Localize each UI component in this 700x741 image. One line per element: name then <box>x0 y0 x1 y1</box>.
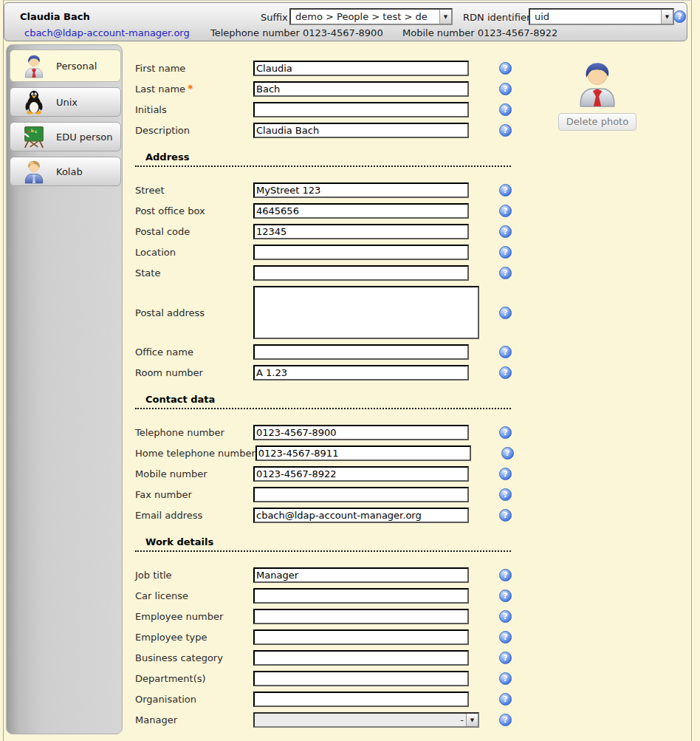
tab-kolab[interactable]: Kolab <box>10 157 121 186</box>
help-icon[interactable]: ? <box>499 366 512 379</box>
chevron-down-icon[interactable]: ▼ <box>661 10 673 24</box>
text-input[interactable] <box>253 487 469 502</box>
postal-address-textarea[interactable] <box>253 286 479 339</box>
help-icon[interactable]: ? <box>499 569 512 581</box>
text-input[interactable] <box>253 671 469 686</box>
tab-edu-person[interactable]: a b c EDU person <box>10 122 121 151</box>
section-heading: Address <box>135 151 511 167</box>
section-heading: Contact data <box>135 394 511 409</box>
field-label: Fax number <box>135 489 253 500</box>
field-label-text: Car license <box>135 590 188 601</box>
field-control: - ▼ <box>253 712 479 728</box>
text-input[interactable] <box>253 265 469 281</box>
help-icon[interactable]: ? <box>499 693 512 706</box>
field-label: Room number <box>135 367 253 378</box>
section-rows: Street ? Post office box ? Postal code ?… <box>135 182 529 380</box>
help-icon[interactable]: ? <box>499 714 512 726</box>
text-input[interactable] <box>253 629 469 645</box>
form-field-row: Employee number ? <box>135 609 529 624</box>
field-control <box>253 365 479 380</box>
field-label-text: Description <box>135 125 190 136</box>
field-control <box>253 81 479 97</box>
field-label-text: Organisation <box>135 694 196 705</box>
form-field-row: Job title ? <box>135 567 529 583</box>
field-label: Organisation <box>135 694 253 705</box>
help-icon[interactable]: ? <box>499 246 512 259</box>
delete-photo-button[interactable]: Delete photo <box>558 113 636 131</box>
help-icon[interactable]: ? <box>499 307 512 319</box>
text-input[interactable] <box>253 224 469 239</box>
required-icon: ✱ <box>188 83 193 91</box>
help-icon[interactable]: ? <box>673 10 686 23</box>
help-icon[interactable]: ? <box>499 590 512 602</box>
email-link[interactable]: cbach@ldap-account-manager.org <box>24 27 190 38</box>
help-icon[interactable]: ? <box>499 184 512 197</box>
manager-select[interactable]: - ▼ <box>253 712 479 728</box>
form-field-row: Post office box ? <box>135 203 529 219</box>
field-control <box>253 508 479 523</box>
help-icon[interactable]: ? <box>499 225 512 238</box>
tab-personal[interactable]: Personal <box>10 49 121 82</box>
help-icon[interactable]: ? <box>499 103 512 116</box>
svg-text:c: c <box>35 129 38 134</box>
help-icon[interactable]: ? <box>499 83 512 95</box>
rdn-select-value: uid <box>530 11 661 22</box>
form-field-row: Email address ? <box>135 508 529 523</box>
field-control <box>253 609 479 624</box>
help-icon[interactable]: ? <box>501 447 514 460</box>
text-input[interactable] <box>253 588 469 604</box>
field-label-text: First name <box>135 63 185 74</box>
text-input[interactable] <box>253 102 469 117</box>
text-input[interactable] <box>253 692 469 707</box>
text-input[interactable] <box>253 245 469 260</box>
text-input[interactable] <box>253 61 469 76</box>
text-input[interactable] <box>253 609 469 624</box>
text-input[interactable] <box>253 650 469 666</box>
help-icon[interactable]: ? <box>499 62 512 75</box>
form-field-row: Business category ? <box>135 650 529 666</box>
field-label-text: Office name <box>135 346 193 358</box>
text-input[interactable] <box>253 365 469 380</box>
field-label: Office name <box>135 346 253 358</box>
header-bar: Claudia Bach Suffix demo > People > test… <box>4 2 687 41</box>
help-icon[interactable]: ? <box>499 468 512 480</box>
help-icon[interactable]: ? <box>499 652 512 664</box>
text-input[interactable] <box>253 81 469 97</box>
text-input[interactable] <box>253 508 469 523</box>
text-input[interactable] <box>253 203 469 219</box>
help-icon[interactable]: ? <box>499 267 512 279</box>
tab-unix[interactable]: Unix <box>10 87 121 117</box>
chevron-down-icon[interactable]: ▼ <box>439 10 451 24</box>
help-icon[interactable]: ? <box>499 672 512 685</box>
field-control <box>253 224 479 239</box>
form-field-row: Home telephone number ? <box>135 445 529 461</box>
help-icon[interactable]: ? <box>499 426 512 439</box>
text-input[interactable] <box>253 567 469 583</box>
help-icon[interactable]: ? <box>499 631 512 643</box>
field-label-text: Room number <box>135 367 203 378</box>
text-input[interactable] <box>253 123 469 138</box>
field-label: Post office box <box>135 205 253 216</box>
chevron-down-icon[interactable]: ▼ <box>466 714 478 726</box>
text-input[interactable] <box>253 425 469 440</box>
field-control <box>253 671 479 686</box>
chalkboard-icon: a b c <box>22 124 46 149</box>
text-input[interactable] <box>253 466 469 482</box>
suffix-select[interactable]: demo > People > test > de ▼ <box>289 8 453 25</box>
help-icon[interactable]: ? <box>499 205 512 217</box>
tab-label: EDU person <box>56 132 112 143</box>
text-input[interactable] <box>255 445 471 461</box>
help-icon[interactable]: ? <box>499 509 512 522</box>
help-icon[interactable]: ? <box>499 124 512 137</box>
field-control <box>253 692 479 707</box>
field-label-text: State <box>135 267 160 279</box>
help-icon[interactable]: ? <box>499 610 512 623</box>
text-input[interactable] <box>253 344 469 360</box>
help-icon[interactable]: ? <box>499 488 512 501</box>
rdn-identifier-select[interactable]: uid ▼ <box>529 8 674 25</box>
rdn-identifier-label: RDN identifier <box>463 12 530 23</box>
form-section: Work details Job title ? Car license ? E… <box>135 536 529 728</box>
text-input[interactable] <box>253 182 469 198</box>
field-label: First name <box>135 63 253 74</box>
help-icon[interactable]: ? <box>499 346 512 358</box>
